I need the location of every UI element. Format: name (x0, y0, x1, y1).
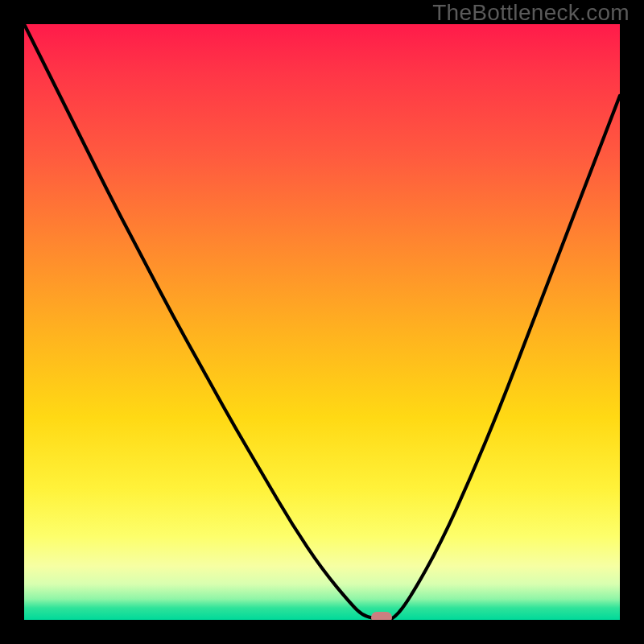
plot-area (24, 24, 620, 620)
watermark-text: TheBottleneck.com (432, 0, 630, 26)
bottleneck-curve (24, 24, 620, 620)
optimum-marker (371, 612, 392, 620)
chart-frame: TheBottleneck.com (0, 0, 644, 644)
